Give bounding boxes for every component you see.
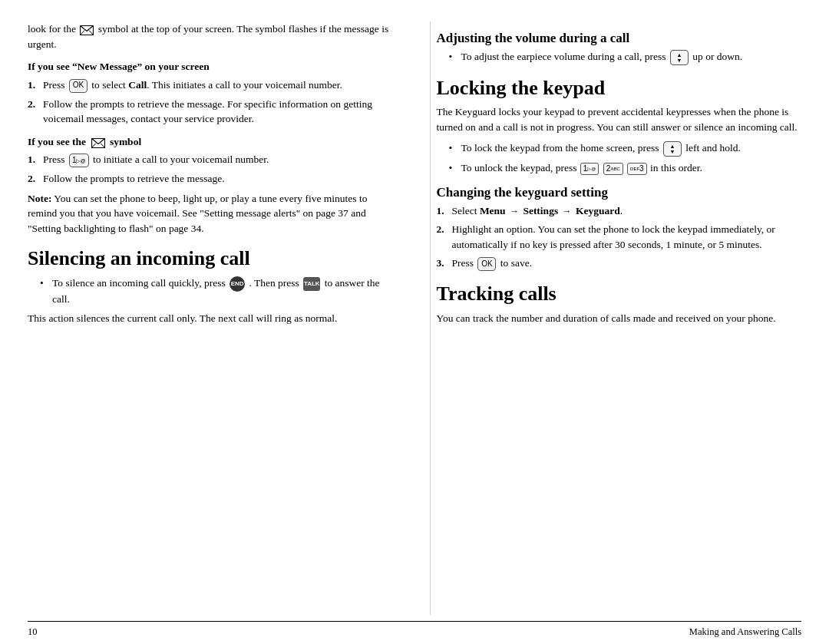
nav-icon: ▲ ▼ (670, 50, 689, 65)
change-step-3: 3. Press OK to save. (437, 256, 802, 271)
sym-step1-b: to initiate a call to your voicemail num… (93, 154, 269, 165)
bullet1-a: To silence an incoming call quickly, pre… (52, 277, 226, 289)
changing-heading: Changing the keyguard setting (437, 185, 802, 200)
silencing-bullets: • To silence an incoming call quickly, p… (40, 276, 393, 306)
note-text: You can set the phone to beep, light up,… (28, 193, 367, 234)
footer: 10 Making and Answering Calls (28, 621, 801, 644)
content-area: look for the symbol at the top of your s… (28, 21, 801, 615)
new-step-2: 2. Follow the prompts to retrieve the me… (28, 97, 393, 127)
page-number: 10 (28, 626, 38, 638)
adjusting-bullets: • To adjust the earpiece volume during a… (449, 49, 802, 65)
lock-bullet2-b: in this order. (650, 162, 702, 173)
adjust-bullet-1: • To adjust the earpiece volume during a… (449, 49, 802, 65)
page: look for the symbol at the top of your s… (0, 0, 829, 644)
change-step3-b: to save. (500, 257, 532, 269)
voicemail-btn-icon: 1▷@ (69, 154, 89, 167)
lock-bullet1-a: To lock the keypad from the home screen,… (461, 142, 659, 154)
lock-bullet-1: • To lock the keypad from the home scree… (449, 140, 802, 157)
left-column: look for the symbol at the top of your s… (28, 21, 405, 615)
symbol-steps: 1. Press 1▷@ to initiate a call to your … (28, 152, 393, 186)
right-column: Adjusting the volume during a call • To … (430, 21, 802, 615)
if-new-message-heading: If you see “New Message” on your screen (28, 59, 393, 74)
new-step1-b: to select Call. This initiates a call to… (91, 79, 342, 91)
locking-heading: Locking the keypad (437, 76, 802, 100)
lock-bullet2-a: To unlock the keypad, press (461, 162, 577, 173)
talk-icon: TALK (303, 277, 320, 291)
locking-body: The Keyguard locks your keypad to preven… (437, 104, 802, 134)
changing-steps: 1. Select Menu → Settings → Keyguard. 2.… (437, 203, 802, 272)
adjusting-heading: Adjusting the volume during a call (437, 31, 802, 46)
intro-text-1: look for the (28, 23, 76, 35)
sym-step-1: 1. Press 1▷@ to initiate a call to your … (28, 152, 393, 167)
end-icon: END (230, 276, 245, 292)
sym-step-2: 2. Follow the prompts to retrieve the me… (28, 171, 393, 187)
change-step-1: 1. Select Menu → Settings → Keyguard. (437, 203, 802, 219)
sym-step1-a: Press (43, 154, 65, 165)
nav-icon-2: ▲ ▼ (663, 141, 682, 157)
locking-bullets: • To lock the keypad from the home scree… (449, 140, 802, 175)
key-def3-icon: DEF3 (627, 163, 647, 175)
lock-bullet1-b: left and hold. (685, 142, 741, 154)
bullet1-b: . Then press (249, 277, 299, 289)
new-step-1: 1. Press OK to select Call. This initiat… (28, 78, 393, 93)
change-step2-text: Highlight an option. You can set the pho… (452, 222, 802, 252)
lock-bullet-2: • To unlock the keypad, press 1▷@ 2ABC D… (449, 160, 802, 176)
change-step3-a: Press (452, 257, 474, 269)
adjust-bullet-a: To adjust the earpiece volume during a c… (461, 51, 666, 62)
tracking-heading: Tracking calls (437, 282, 802, 305)
intro-paragraph: look for the symbol at the top of your s… (28, 21, 393, 51)
tracking-body: You can track the number and duration of… (437, 311, 802, 326)
adjust-bullet-b: up or down. (692, 51, 742, 62)
envelope-icon-2 (91, 137, 105, 147)
sym-step2-text: Follow the prompts to retrieve the messa… (43, 171, 225, 187)
ok-icon-1: OK (69, 79, 88, 93)
new-step2-text: Follow the prompts to retrieve the messa… (43, 97, 393, 127)
if-symbol-heading: If you see the symbol (28, 134, 393, 150)
note-label: Note: (28, 193, 51, 204)
arrow-icon-1: → (510, 205, 519, 218)
key-2abc-icon: 2ABC (603, 163, 623, 175)
new-message-steps: 1. Press OK to select Call. This initiat… (28, 78, 393, 127)
silence-bullet-1: • To silence an incoming call quickly, p… (40, 276, 393, 306)
envelope-icon (80, 25, 94, 35)
ok-icon-2: OK (477, 257, 496, 271)
silence-note: This action silences the current call on… (28, 311, 393, 326)
footer-right: Making and Answering Calls (689, 626, 801, 638)
note-paragraph: Note: You can set the phone to beep, lig… (28, 191, 393, 236)
change-step-2: 2. Highlight an option. You can set the … (437, 222, 802, 252)
arrow-icon-2: → (563, 205, 572, 218)
silencing-heading: Silencing an incoming call (28, 246, 393, 270)
new-step1-a: Press (43, 79, 65, 91)
key-1vo-icon: 1▷@ (580, 163, 599, 175)
